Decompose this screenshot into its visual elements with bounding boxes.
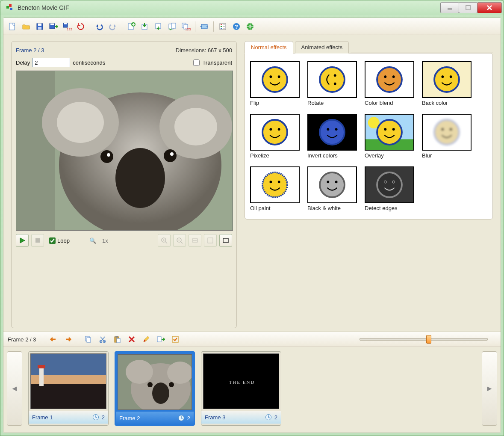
- reorder-frames-button[interactable]: 123: [180, 20, 192, 33]
- save-as-button[interactable]: [47, 20, 60, 33]
- web-button[interactable]: [244, 20, 256, 33]
- svg-rect-8: [38, 27, 41, 30]
- effect-black-white[interactable]: Black & white: [307, 166, 359, 211]
- transparent-checkbox-label[interactable]: Transparent: [193, 59, 232, 66]
- effect-pixelize-thumb: [250, 114, 300, 151]
- effect-blur[interactable]: Blur: [422, 114, 473, 159]
- save-frames-button[interactable]: 123: [61, 20, 74, 33]
- timeline-frame-index: Frame 2 / 3: [8, 336, 36, 343]
- svg-rect-112: [38, 365, 45, 368]
- play-button[interactable]: [16, 234, 29, 247]
- preview-controls: Loop 🔍 1x: [16, 234, 232, 247]
- new-button[interactable]: [6, 20, 19, 33]
- transparent-text: Transparent: [202, 59, 232, 66]
- svg-rect-30: [223, 28, 225, 29]
- svg-rect-3: [448, 9, 452, 9]
- copy-button[interactable]: [82, 333, 94, 346]
- frame-card-2[interactable]: Frame 22: [115, 351, 195, 426]
- close-button[interactable]: [477, 2, 502, 13]
- stop-button[interactable]: [31, 234, 44, 247]
- delete-button[interactable]: [125, 333, 138, 346]
- effect-overlay-label: Overlay: [365, 152, 416, 159]
- loop-checkbox-label[interactable]: Loop: [49, 237, 70, 244]
- svg-point-94: [335, 181, 338, 183]
- effect-blur-label: Blur: [422, 152, 473, 159]
- insert-button[interactable]: [154, 333, 167, 346]
- properties-icon: [218, 22, 227, 31]
- svg-point-71: [269, 128, 272, 131]
- properties-button[interactable]: [216, 20, 229, 33]
- effect-oil-paint[interactable]: Oil paint: [250, 166, 301, 211]
- zoom-in-button[interactable]: [158, 234, 171, 247]
- prev-button[interactable]: [47, 333, 60, 346]
- paste-button[interactable]: [111, 333, 124, 346]
- next-button[interactable]: [62, 333, 74, 346]
- fullscreen-button[interactable]: [219, 234, 232, 247]
- refresh-button[interactable]: [74, 20, 87, 33]
- delete-icon: [128, 335, 136, 343]
- svg-rect-106: [157, 337, 161, 342]
- svg-point-96: [377, 172, 402, 197]
- zoom-out-button[interactable]: [173, 234, 186, 247]
- svg-point-82: [392, 128, 395, 131]
- fit-width-button[interactable]: [189, 234, 201, 247]
- effect-flip[interactable]: Flip: [250, 61, 301, 106]
- svg-point-75: [327, 128, 329, 131]
- svg-point-58: [320, 67, 345, 92]
- export-frame-button[interactable]: [152, 20, 165, 33]
- svg-rect-4: [466, 6, 470, 10]
- svg-rect-5: [9, 23, 15, 30]
- select-all-icon: [171, 335, 179, 343]
- add-frame-icon: [127, 22, 136, 31]
- edit-button[interactable]: [140, 333, 153, 346]
- select-all-button[interactable]: [169, 333, 182, 346]
- replace-frame-button[interactable]: [166, 20, 179, 33]
- minimize-button[interactable]: [440, 2, 459, 13]
- effect-invert-colors[interactable]: Invert colors: [307, 114, 359, 159]
- tab-animated-effects[interactable]: Animated effects: [295, 41, 349, 53]
- scroll-left-button[interactable]: ◄: [7, 351, 22, 426]
- effect-color-blend[interactable]: Color blend: [365, 61, 416, 106]
- transparent-checkbox[interactable]: [193, 59, 200, 66]
- maximize-button[interactable]: [459, 2, 477, 13]
- effect-flip-thumb: [250, 61, 300, 98]
- tab-normal-effects[interactable]: Normal effects: [245, 41, 293, 53]
- svg-point-84: [434, 120, 459, 145]
- scroll-right-button[interactable]: ►: [482, 351, 497, 426]
- effect-oil-paint-label: Oil paint: [250, 205, 301, 211]
- svg-point-41: [115, 148, 165, 208]
- effect-detect-edges[interactable]: Detect edges: [365, 166, 416, 211]
- effect-rotate[interactable]: Rotate: [307, 61, 359, 106]
- titlebar[interactable]: Beneton Movie GIF: [0, 0, 504, 15]
- clock-icon: [178, 415, 185, 421]
- loop-checkbox[interactable]: [49, 237, 56, 244]
- frame-thumb-2: [118, 354, 192, 410]
- add-frame-button[interactable]: [125, 20, 138, 33]
- fit-window-button[interactable]: [204, 234, 217, 247]
- cut-button[interactable]: [96, 333, 109, 346]
- open-button[interactable]: [20, 20, 32, 33]
- redo-button[interactable]: [106, 20, 119, 33]
- svg-point-120: [169, 382, 174, 387]
- svg-rect-7: [38, 24, 41, 26]
- effect-overlay[interactable]: Overlay: [365, 114, 416, 159]
- save-button[interactable]: [33, 20, 46, 33]
- effect-back-color[interactable]: Back color: [422, 61, 473, 106]
- thumbnail-size-slider[interactable]: [360, 338, 488, 341]
- frame-footer-2: Frame 22: [116, 412, 194, 424]
- svg-point-90: [278, 181, 280, 183]
- resize-canvas-button[interactable]: [198, 20, 211, 33]
- edit-icon: [142, 335, 150, 343]
- delay-input[interactable]: [32, 58, 70, 67]
- svg-text:THE END: THE END: [229, 380, 255, 385]
- frame-card-3[interactable]: THE ENDFrame 32: [201, 351, 281, 426]
- frame-label: Frame 2: [119, 415, 140, 421]
- frame-footer-3: Frame 32: [201, 411, 281, 424]
- import-frame-button[interactable]: [139, 20, 151, 33]
- effect-pixelize[interactable]: Pixelize: [250, 114, 301, 159]
- undo-button[interactable]: [93, 20, 106, 33]
- help-button[interactable]: ?: [230, 20, 243, 33]
- svg-point-40: [174, 108, 217, 145]
- refresh-icon: [77, 22, 85, 31]
- frame-card-1[interactable]: Frame 12: [28, 351, 109, 426]
